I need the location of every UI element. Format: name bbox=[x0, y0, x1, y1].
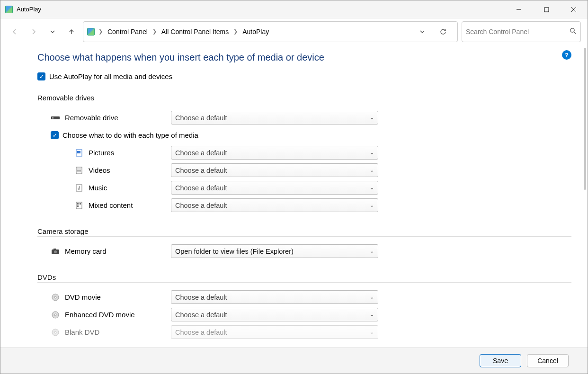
dvd-movie-value: Choose a default bbox=[175, 294, 227, 301]
titlebar: AutoPlay bbox=[0, 0, 588, 18]
breadcrumb-item-all-items[interactable]: All Control Panel Items bbox=[159, 27, 232, 37]
chevron-down-icon: ⌄ bbox=[370, 115, 374, 121]
mixed-content-select[interactable]: Choose a default ⌄ bbox=[171, 198, 378, 212]
save-button[interactable]: Save bbox=[480, 354, 521, 367]
section-header-removable: Removable drives bbox=[37, 94, 571, 103]
maximize-button[interactable] bbox=[533, 0, 560, 18]
svg-point-27 bbox=[54, 331, 56, 333]
music-value: Choose a default bbox=[175, 184, 227, 192]
dvd-movie-select[interactable]: Choose a default ⌄ bbox=[171, 290, 378, 304]
search-input[interactable] bbox=[466, 28, 567, 36]
choose-each-type-checkbox[interactable]: ✓ bbox=[51, 131, 59, 139]
svg-rect-16 bbox=[77, 203, 79, 205]
media-row-music: Music Choose a default ⌄ bbox=[44, 179, 571, 196]
chevron-right-icon[interactable]: ❯ bbox=[98, 28, 104, 35]
window-controls bbox=[505, 0, 588, 18]
memory-card-value: Open folder to view files (File Explorer… bbox=[175, 248, 294, 255]
media-label: Music bbox=[89, 184, 107, 192]
chevron-down-icon: ⌄ bbox=[370, 167, 374, 173]
nav-back-button[interactable] bbox=[7, 24, 22, 39]
nav-recent-button[interactable] bbox=[45, 24, 60, 39]
chevron-down-icon: ⌄ bbox=[370, 248, 374, 254]
blank-dvd-value: Choose a default bbox=[175, 329, 227, 336]
svg-rect-18 bbox=[77, 205, 79, 207]
videos-icon bbox=[74, 166, 84, 175]
close-button[interactable] bbox=[560, 0, 588, 18]
dvd-movie-label: DVD movie bbox=[65, 293, 101, 301]
minimize-button[interactable] bbox=[505, 0, 533, 18]
svg-rect-15 bbox=[76, 202, 82, 209]
control-panel-icon bbox=[87, 28, 95, 36]
svg-point-20 bbox=[54, 250, 57, 253]
svg-point-23 bbox=[54, 296, 56, 298]
media-row-videos: Videos Choose a default ⌄ bbox=[44, 161, 571, 179]
section-header-dvds: DVDs bbox=[37, 273, 571, 283]
media-label: Pictures bbox=[89, 149, 114, 157]
enhanced-dvd-label: Enhanced DVD movie bbox=[65, 311, 135, 319]
scrollbar-thumb[interactable] bbox=[584, 48, 586, 190]
cancel-button[interactable]: Cancel bbox=[527, 354, 569, 367]
music-icon bbox=[74, 184, 84, 192]
disc-icon bbox=[51, 328, 60, 337]
use-autoplay-checkbox-row[interactable]: ✓ Use AutoPlay for all media and devices bbox=[37, 72, 571, 80]
pictures-icon bbox=[74, 149, 84, 157]
nav-forward-button[interactable] bbox=[26, 24, 41, 39]
footer: Save Cancel bbox=[0, 347, 588, 374]
breadcrumb-item-control-panel[interactable]: Control Panel bbox=[105, 27, 151, 37]
search-icon[interactable] bbox=[570, 27, 577, 36]
breadcrumb-item-autoplay[interactable]: AutoPlay bbox=[240, 27, 272, 37]
chevron-down-icon: ⌄ bbox=[370, 329, 374, 335]
mixed-content-icon bbox=[74, 201, 84, 210]
svg-rect-9 bbox=[77, 151, 80, 153]
blank-dvd-row: Blank DVD Choose a default ⌄ bbox=[44, 323, 571, 341]
svg-point-4 bbox=[570, 28, 574, 32]
chevron-down-icon: ⌄ bbox=[370, 202, 374, 208]
blank-dvd-label: Blank DVD bbox=[65, 328, 99, 336]
memory-card-row: Memory card Open folder to view files (F… bbox=[44, 242, 571, 260]
svg-rect-7 bbox=[52, 117, 53, 118]
media-label: Videos bbox=[89, 166, 110, 174]
chevron-down-icon: ⌄ bbox=[370, 150, 374, 156]
dvd-movie-row: DVD movie Choose a default ⌄ bbox=[44, 288, 571, 306]
removable-drive-row: Removable drive Choose a default ⌄ bbox=[44, 109, 571, 126]
breadcrumb[interactable]: ❯ Control Panel ❯ All Control Panel Item… bbox=[83, 21, 458, 42]
enhanced-dvd-select[interactable]: Choose a default ⌄ bbox=[171, 308, 378, 321]
content-area: ? Choose what happens when you insert ea… bbox=[0, 45, 588, 347]
camera-icon bbox=[51, 247, 60, 256]
videos-select[interactable]: Choose a default ⌄ bbox=[171, 163, 378, 177]
window-title: AutoPlay bbox=[17, 6, 41, 13]
chevron-right-icon[interactable]: ❯ bbox=[151, 28, 158, 35]
removable-drive-icon bbox=[51, 114, 60, 122]
section-header-camera: Camera storage bbox=[37, 227, 571, 237]
enhanced-dvd-row: Enhanced DVD movie Choose a default ⌄ bbox=[44, 306, 571, 323]
removable-drive-select[interactable]: Choose a default ⌄ bbox=[171, 111, 378, 125]
music-select[interactable]: Choose a default ⌄ bbox=[171, 181, 378, 195]
media-row-pictures: Pictures Choose a default ⌄ bbox=[44, 144, 571, 161]
search-box[interactable] bbox=[462, 21, 581, 42]
videos-value: Choose a default bbox=[175, 167, 227, 174]
help-button[interactable]: ? bbox=[562, 50, 571, 60]
disc-icon bbox=[51, 293, 60, 302]
nav-up-button[interactable] bbox=[64, 24, 79, 39]
removable-drive-label: Removable drive bbox=[65, 114, 118, 122]
use-autoplay-label: Use AutoPlay for all media and devices bbox=[49, 72, 172, 80]
removable-drive-value: Choose a default bbox=[175, 114, 227, 122]
chevron-right-icon[interactable]: ❯ bbox=[232, 28, 239, 35]
toolbar: ❯ Control Panel ❯ All Control Panel Item… bbox=[0, 18, 588, 45]
svg-line-5 bbox=[574, 32, 576, 34]
blank-dvd-select[interactable]: Choose a default ⌄ bbox=[171, 325, 378, 339]
disc-icon bbox=[51, 311, 60, 319]
svg-rect-1 bbox=[544, 8, 549, 12]
use-autoplay-checkbox[interactable]: ✓ bbox=[37, 72, 45, 80]
chevron-down-icon: ⌄ bbox=[370, 294, 374, 300]
chevron-down-icon: ⌄ bbox=[370, 185, 374, 191]
breadcrumb-history-button[interactable] bbox=[414, 24, 431, 39]
memory-card-select[interactable]: Open folder to view files (File Explorer… bbox=[171, 244, 378, 258]
refresh-button[interactable] bbox=[435, 24, 452, 39]
media-label: Mixed content bbox=[89, 201, 133, 209]
pictures-select[interactable]: Choose a default ⌄ bbox=[171, 146, 378, 160]
svg-rect-17 bbox=[80, 203, 81, 205]
svg-rect-21 bbox=[53, 249, 56, 250]
choose-each-type-checkbox-row[interactable]: ✓ Choose what to do with each type of me… bbox=[44, 126, 571, 144]
pictures-value: Choose a default bbox=[175, 149, 227, 157]
